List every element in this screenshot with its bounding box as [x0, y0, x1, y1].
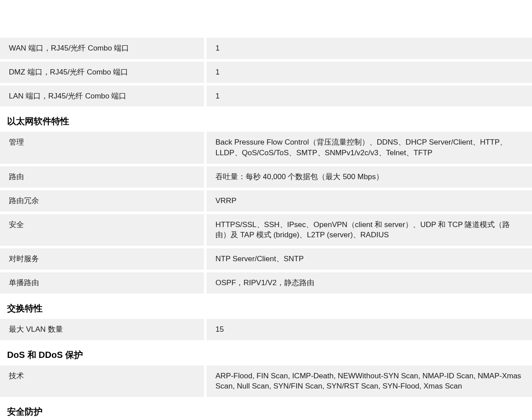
section-title: 安全防护	[0, 400, 532, 420]
spec-label: 路由	[0, 166, 204, 188]
spec-row: 路由冗余VRRP	[0, 190, 532, 212]
spec-value: 1	[207, 38, 532, 59]
spec-label: WAN 端口，RJ45/光纤 Combo 端口	[0, 38, 204, 59]
spec-value: 1	[207, 86, 532, 107]
section-title: DoS 和 DDoS 保护	[0, 343, 532, 365]
spec-value: VRRP	[207, 190, 532, 212]
spec-row: WAN 端口，RJ45/光纤 Combo 端口1	[0, 38, 532, 59]
spec-label: 技术	[0, 365, 204, 397]
spec-label: 对时服务	[0, 248, 204, 270]
spec-label: 路由冗余	[0, 190, 204, 212]
spec-label: 单播路由	[0, 272, 204, 294]
section-title: 交换特性	[0, 296, 532, 319]
spec-label: LAN 端口，RJ45/光纤 Combo 端口	[0, 86, 204, 107]
spec-row: 安全HTTPS/SSL、SSH、IPsec、OpenVPN（client 和 s…	[0, 214, 532, 246]
spec-label: 最大 VLAN 数量	[0, 319, 204, 340]
spec-row: 对时服务NTP Server/Client、SNTP	[0, 248, 532, 270]
spec-row: 最大 VLAN 数量15	[0, 319, 532, 340]
spec-value: ARP-Flood, FIN Scan, ICMP-Death, NEWWith…	[207, 365, 532, 397]
spec-row: DMZ 端口，RJ45/光纤 Combo 端口1	[0, 62, 532, 83]
spec-value: NTP Server/Client、SNTP	[207, 248, 532, 270]
spec-value: OSPF，RIPV1/V2，静态路由	[207, 272, 532, 294]
spec-label: 管理	[0, 132, 204, 164]
spec-value: 1	[207, 62, 532, 83]
spec-label: DMZ 端口，RJ45/光纤 Combo 端口	[0, 62, 204, 83]
spec-value: Back Pressure Flow Control（背压流量控制）、DDNS、…	[207, 132, 532, 164]
section-title: 以太网软件特性	[0, 109, 532, 132]
spec-value: 吞吐量：每秒 40,000 个数据包（最大 500 Mbps）	[207, 166, 532, 188]
spec-label: 安全	[0, 214, 204, 246]
spec-row: 路由吞吐量：每秒 40,000 个数据包（最大 500 Mbps）	[0, 166, 532, 188]
spec-row: 单播路由OSPF，RIPV1/V2，静态路由	[0, 272, 532, 294]
spec-value: 15	[207, 319, 532, 340]
spec-row: 技术ARP-Flood, FIN Scan, ICMP-Death, NEWWi…	[0, 365, 532, 397]
spec-value: HTTPS/SSL、SSH、IPsec、OpenVPN（client 和 ser…	[207, 214, 532, 246]
spec-container: WAN 端口，RJ45/光纤 Combo 端口1DMZ 端口，RJ45/光纤 C…	[0, 38, 532, 420]
spec-row: 管理Back Pressure Flow Control（背压流量控制）、DDN…	[0, 132, 532, 164]
spec-row: LAN 端口，RJ45/光纤 Combo 端口1	[0, 86, 532, 107]
